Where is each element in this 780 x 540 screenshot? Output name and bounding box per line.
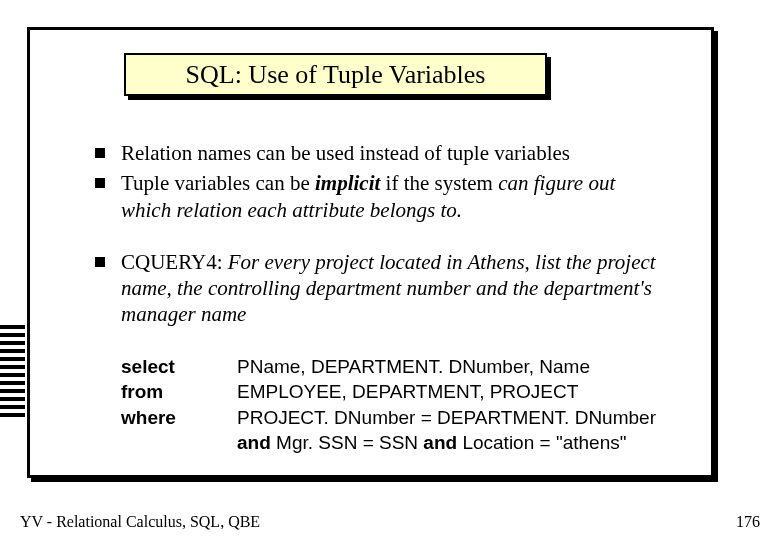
decorative-bars	[0, 325, 25, 421]
sql-value: EMPLOYEE, DEPARTMENT, PROJECT	[237, 379, 578, 405]
sql-row: and Mgr. SSN = SSN and Location = "athen…	[121, 430, 670, 456]
bullet-text: Relation names can be used instead of tu…	[121, 140, 570, 166]
text-segment: CQUERY4:	[121, 250, 228, 274]
footer: YV - Relational Calculus, SQL, QBE 176	[20, 513, 760, 531]
sql-row: where PROJECT. DNumber = DEPARTMENT. DNu…	[121, 405, 670, 431]
slide-title: SQL: Use of Tuple Variables	[186, 60, 486, 90]
sql-keyword: select	[121, 354, 237, 380]
sql-row: select PName, DEPARTMENT. DNumber, Name	[121, 354, 670, 380]
sql-value: and Mgr. SSN = SSN and Location = "athen…	[237, 430, 626, 456]
sql-keyword-and: and	[237, 432, 271, 453]
sql-value: PName, DEPARTMENT. DNumber, Name	[237, 354, 590, 380]
bullet-icon	[95, 178, 105, 188]
text-emphasis: implicit	[315, 171, 380, 195]
slide-body: Relation names can be used instead of tu…	[95, 140, 670, 456]
text-segment: Mgr. SSN = SSN	[271, 432, 424, 453]
bullet-text: CQUERY4: For every project located in At…	[121, 249, 670, 328]
sql-keyword-and: and	[423, 432, 457, 453]
title-box: SQL: Use of Tuple Variables	[124, 53, 547, 96]
footer-left: YV - Relational Calculus, SQL, QBE	[20, 513, 260, 531]
sql-row: from EMPLOYEE, DEPARTMENT, PROJECT	[121, 379, 670, 405]
list-item: Tuple variables can be implicit if the s…	[95, 170, 670, 223]
page-number: 176	[736, 513, 760, 531]
list-item: Relation names can be used instead of tu…	[95, 140, 670, 166]
list-item: CQUERY4: For every project located in At…	[95, 249, 670, 328]
sql-code-block: select PName, DEPARTMENT. DNumber, Name …	[121, 354, 670, 457]
bullet-icon	[95, 257, 105, 267]
text-segment: if the system	[380, 171, 498, 195]
text-segment: Location = "athens"	[457, 432, 626, 453]
sql-keyword: from	[121, 379, 237, 405]
sql-spacer	[121, 430, 237, 456]
sql-value: PROJECT. DNumber = DEPARTMENT. DNumber	[237, 405, 656, 431]
sql-keyword: where	[121, 405, 237, 431]
text-segment: Tuple variables can be	[121, 171, 315, 195]
bullet-icon	[95, 148, 105, 158]
bullet-text: Tuple variables can be implicit if the s…	[121, 170, 670, 223]
